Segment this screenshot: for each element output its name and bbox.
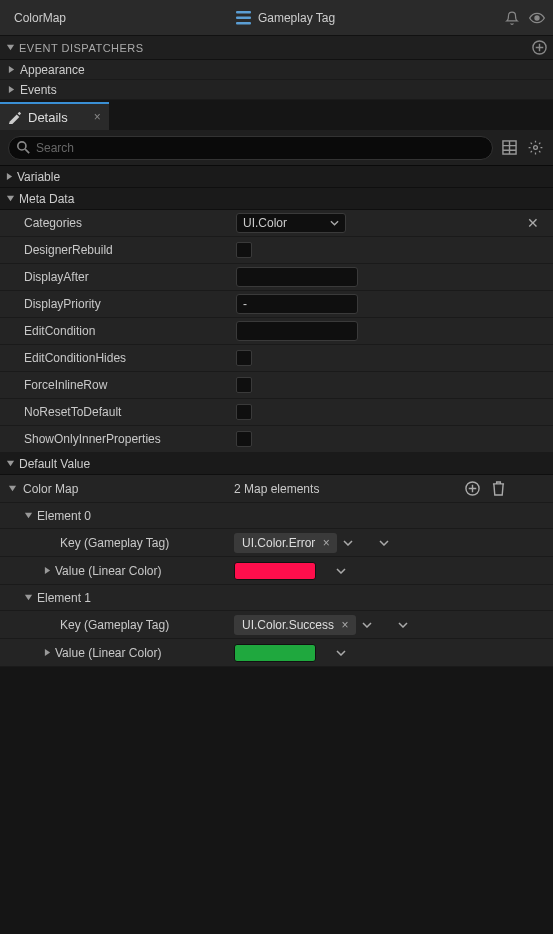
- prop-display-after: DisplayAfter: [0, 264, 553, 291]
- section-label: EVENT DISPATCHERS: [19, 42, 144, 54]
- prop-categories: Categories UI.Color ✕: [0, 210, 553, 237]
- svg-point-3: [535, 16, 539, 20]
- details-icon: [8, 110, 22, 124]
- element-0-key: Key (Gameplay Tag) UI.Color.Error ×: [0, 529, 553, 557]
- search-icon: [17, 141, 30, 154]
- property-matrix-icon[interactable]: [499, 138, 519, 158]
- variable-type[interactable]: Gameplay Tag: [66, 10, 505, 26]
- element-label: Element 1: [37, 591, 91, 605]
- color-swatch[interactable]: [234, 562, 316, 580]
- expand-icon: [24, 593, 33, 602]
- collapse-icon[interactable]: [44, 648, 51, 657]
- section-label: Meta Data: [19, 192, 74, 206]
- element-count: 2 Map elements: [234, 482, 319, 496]
- default-value-header[interactable]: Default Value: [0, 453, 553, 475]
- expand-icon: [6, 459, 15, 468]
- element-1-value: Value (Linear Color): [0, 639, 553, 667]
- section-label: Variable: [17, 170, 60, 184]
- element-1-header[interactable]: Element 1: [0, 585, 553, 611]
- add-element-icon[interactable]: [465, 481, 480, 496]
- chevron-down-icon[interactable]: [336, 650, 346, 656]
- svg-rect-1: [236, 16, 251, 19]
- chevron-down-icon[interactable]: [379, 540, 389, 546]
- prop-label: EditCondition: [0, 324, 234, 338]
- element-1-key: Key (Gameplay Tag) UI.Color.Success ×: [0, 611, 553, 639]
- chevron-down-icon[interactable]: [336, 568, 346, 574]
- collapse-icon: [6, 85, 16, 94]
- chevron-down-icon[interactable]: [343, 540, 353, 546]
- collapse-icon[interactable]: [44, 566, 51, 575]
- color-swatch[interactable]: [234, 644, 316, 662]
- prop-no-reset-to-default: NoResetToDefault: [0, 399, 553, 426]
- color-map-row: Color Map 2 Map elements: [0, 475, 553, 503]
- details-tab[interactable]: Details ×: [0, 102, 109, 130]
- close-tab-icon[interactable]: ×: [94, 110, 101, 124]
- prop-edit-condition-hides: EditConditionHides: [0, 345, 553, 372]
- type-label: Gameplay Tag: [258, 11, 335, 25]
- collapse-icon: [6, 65, 16, 74]
- svg-rect-2: [236, 22, 251, 25]
- details-tab-bar: Details ×: [0, 100, 553, 130]
- categories-dropdown[interactable]: UI.Color: [236, 213, 346, 233]
- checkbox[interactable]: [236, 242, 252, 258]
- settings-icon[interactable]: [525, 138, 545, 158]
- tab-label: Details: [28, 110, 68, 125]
- search-field[interactable]: [36, 141, 484, 155]
- svg-point-5: [18, 142, 26, 150]
- prop-label: Color Map: [23, 482, 78, 496]
- key-label: Key (Gameplay Tag): [60, 536, 169, 550]
- prop-show-only-inner: ShowOnlyInnerProperties: [0, 426, 553, 453]
- gameplay-tag-icon: [236, 10, 252, 26]
- top-bar: ColorMap Gameplay Tag: [0, 0, 553, 36]
- prop-designer-rebuild: DesignerRebuild: [0, 237, 553, 264]
- checkbox[interactable]: [236, 350, 252, 366]
- text-input[interactable]: [236, 321, 358, 341]
- checkbox[interactable]: [236, 377, 252, 393]
- value-label: Value (Linear Color): [55, 646, 162, 660]
- prop-label: DisplayPriority: [0, 297, 234, 311]
- tag-pill[interactable]: UI.Color.Error ×: [234, 533, 337, 553]
- dispatcher-appearance[interactable]: Appearance: [0, 60, 553, 80]
- prop-label: DisplayAfter: [0, 270, 234, 284]
- delete-element-icon[interactable]: [492, 481, 505, 496]
- tag-pill[interactable]: UI.Color.Success ×: [234, 615, 356, 635]
- variable-name: ColorMap: [14, 11, 66, 25]
- text-input[interactable]: [236, 267, 358, 287]
- checkbox[interactable]: [236, 404, 252, 420]
- event-dispatchers-header[interactable]: EVENT DISPATCHERS: [0, 36, 553, 60]
- section-label: Default Value: [19, 457, 90, 471]
- collapse-icon: [6, 172, 13, 181]
- prop-label: EditConditionHides: [0, 351, 234, 365]
- bell-icon[interactable]: [505, 11, 519, 25]
- search-input[interactable]: [8, 136, 493, 160]
- prop-label: DesignerRebuild: [0, 243, 234, 257]
- metadata-section-header[interactable]: Meta Data: [0, 188, 553, 210]
- value-label: Value (Linear Color): [55, 564, 162, 578]
- add-dispatcher-icon[interactable]: [531, 40, 547, 56]
- dispatcher-label: Events: [20, 83, 57, 97]
- clear-tag-icon[interactable]: ×: [338, 618, 352, 632]
- element-0-header[interactable]: Element 0: [0, 503, 553, 529]
- number-input[interactable]: -: [236, 294, 358, 314]
- element-0-value: Value (Linear Color): [0, 557, 553, 585]
- search-bar: [0, 130, 553, 166]
- svg-point-7: [533, 146, 537, 150]
- chevron-down-icon[interactable]: [362, 622, 372, 628]
- dispatcher-label: Appearance: [20, 63, 85, 77]
- prop-label: ShowOnlyInnerProperties: [0, 432, 234, 446]
- variable-section-header[interactable]: Variable: [0, 166, 553, 188]
- checkbox[interactable]: [236, 431, 252, 447]
- expand-icon[interactable]: [8, 484, 17, 493]
- prop-edit-condition: EditCondition: [0, 318, 553, 345]
- prop-label: ForceInlineRow: [0, 378, 234, 392]
- svg-rect-0: [236, 11, 251, 14]
- eye-icon[interactable]: [529, 12, 545, 24]
- clear-tag-icon[interactable]: ×: [319, 536, 333, 550]
- clear-icon[interactable]: ✕: [527, 215, 539, 231]
- chevron-down-icon[interactable]: [398, 622, 408, 628]
- prop-label: Categories: [0, 216, 234, 230]
- expand-icon: [24, 511, 33, 520]
- dispatcher-events[interactable]: Events: [0, 80, 553, 100]
- element-label: Element 0: [37, 509, 91, 523]
- chevron-down-icon: [330, 220, 339, 226]
